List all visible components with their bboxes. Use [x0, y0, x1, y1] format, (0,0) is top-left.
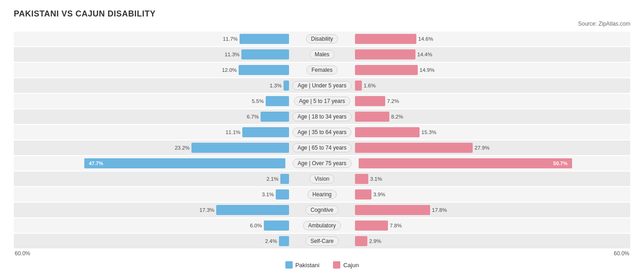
bar-value-right: 14.9%	[420, 67, 437, 73]
left-section: 6.0%	[14, 218, 322, 233]
axis-left: 60.0%	[15, 250, 30, 257]
legend-pakistani-label: Pakistani	[295, 262, 320, 269]
bar-row: 11.3%Males14.4%	[14, 47, 630, 62]
bar-value-right: 14.4%	[417, 52, 435, 57]
bar-value-left: 5.5%	[246, 98, 264, 104]
bar-row: 11.7%Disability14.6%	[14, 32, 630, 46]
left-section: 47.7%	[14, 156, 322, 171]
right-section: 14.4%	[322, 47, 630, 62]
right-section: 17.8%	[322, 203, 630, 217]
legend: Pakistani Cajun	[14, 261, 630, 269]
bar-value-right: 50.7%	[551, 161, 570, 166]
bar-value-right: 27.9%	[475, 145, 492, 151]
right-section: 7.8%	[322, 218, 630, 233]
bar-value-left: 3.1%	[257, 192, 274, 197]
bar-value-left: 2.1%	[261, 176, 278, 182]
left-section: 2.1%	[14, 172, 322, 186]
bar-value-left: 1.3%	[264, 83, 282, 88]
left-section: 11.3%	[14, 47, 322, 62]
bar-row: 1.3%Age | Under 5 years1.6%	[14, 78, 630, 93]
right-section: 27.9%	[322, 140, 630, 155]
left-section: 3.1%	[14, 187, 322, 202]
left-section: 2.4%	[14, 234, 322, 248]
left-section: 6.7%	[14, 109, 322, 124]
bar-row: 5.5%Age | 5 to 17 years7.2%	[14, 94, 630, 108]
bar-value-right: 17.8%	[432, 207, 449, 213]
right-section: 14.9%	[322, 63, 630, 77]
legend-cajun: Cajun	[333, 261, 359, 269]
bar-value-right: 2.9%	[369, 238, 387, 244]
legend-cajun-label: Cajun	[343, 262, 359, 269]
bar-center-label: Males	[310, 50, 334, 59]
right-section: 50.7%	[322, 156, 630, 171]
bar-row: 6.7%Age | 18 to 34 years8.2%	[14, 109, 630, 124]
legend-pakistani: Pakistani	[285, 261, 320, 269]
bar-value-left: 6.7%	[241, 114, 259, 119]
left-section: 12.0%	[14, 63, 322, 77]
right-section: 7.2%	[322, 94, 630, 108]
right-section: 8.2%	[322, 109, 630, 124]
bar-row: 2.4%Self-Care2.9%	[14, 234, 630, 248]
bar-value-right: 7.8%	[390, 223, 407, 228]
right-section: 14.6%	[322, 32, 630, 46]
bar-center-label: Vision	[310, 174, 334, 183]
bar-center-label: Age | Over 75 years	[293, 159, 352, 168]
bar-row: 3.1%Hearing3.9%	[14, 187, 630, 202]
bar-value-right: 14.6%	[418, 36, 436, 42]
left-section: 5.5%	[14, 94, 322, 108]
left-section: 11.1%	[14, 125, 322, 140]
bar-center-label: Disability	[306, 34, 338, 43]
bar-row: 47.7%Age | Over 75 years50.7%	[14, 156, 630, 171]
bar-center-label: Ambulatory	[303, 221, 341, 230]
bar-value-left: 17.3%	[197, 207, 214, 213]
chart-container: 11.7%Disability14.6%11.3%Males14.4%12.0%…	[14, 32, 630, 257]
bar-value-left: 6.0%	[245, 223, 262, 228]
bar-value-left: 11.1%	[223, 129, 240, 135]
bar-row: 23.2%Age | 65 to 74 years27.9%	[14, 140, 630, 155]
legend-box-pakistani	[285, 261, 293, 269]
bar-value-left: 2.4%	[260, 238, 277, 244]
bar-center-label: Cognitive	[306, 205, 338, 215]
bar-value-right: 7.2%	[387, 98, 404, 104]
bar-value-left: 11.3%	[222, 52, 240, 57]
bar-row: 17.3%Cognitive17.8%	[14, 203, 630, 217]
axis-right: 60.0%	[614, 250, 629, 257]
bar-center-label: Age | Under 5 years	[293, 81, 352, 90]
left-section: 17.3%	[14, 203, 322, 217]
bar-value-left: 47.7%	[87, 161, 105, 166]
source-label: Source: ZipAtlas.com	[14, 21, 630, 27]
bar-value-left: 12.0%	[219, 67, 237, 73]
axis-labels: 60.0% 60.0%	[14, 250, 630, 257]
legend-box-cajun	[333, 261, 340, 269]
left-section: 23.2%	[14, 140, 322, 155]
bar-center-label: Age | 35 to 64 years	[292, 128, 351, 137]
bar-value-right: 3.9%	[373, 192, 391, 197]
bar-center-label: Females	[306, 65, 338, 75]
bar-row: 2.1%Vision3.1%	[14, 172, 630, 186]
bar-row: 11.1%Age | 35 to 64 years15.3%	[14, 125, 630, 140]
right-section: 3.1%	[322, 172, 630, 186]
bar-value-right: 15.3%	[421, 129, 439, 135]
bar-value-left: 11.7%	[220, 36, 238, 42]
left-section: 11.7%	[14, 32, 322, 46]
right-section: 1.6%	[322, 78, 630, 93]
bar-row: 12.0%Females14.9%	[14, 63, 630, 77]
bar-center-label: Age | 65 to 74 years	[292, 143, 351, 152]
chart-title: PAKISTANI VS CAJUN DISABILITY	[14, 9, 630, 19]
bar-center-label: Hearing	[307, 190, 337, 199]
bar-value-right: 3.1%	[370, 176, 387, 182]
left-section: 1.3%	[14, 78, 322, 93]
right-section: 3.9%	[322, 187, 630, 202]
bar-row: 6.0%Ambulatory7.8%	[14, 218, 630, 233]
right-section: 2.9%	[322, 234, 630, 248]
bar-value-right: 1.6%	[364, 83, 381, 88]
bar-center-label: Age | 18 to 34 years	[292, 112, 351, 121]
bar-value-left: 23.2%	[172, 145, 190, 151]
bar-center-label: Self-Care	[306, 237, 339, 246]
right-section: 15.3%	[322, 125, 630, 140]
bar-center-label: Age | 5 to 17 years	[294, 97, 350, 106]
bar-value-right: 8.2%	[391, 114, 409, 119]
